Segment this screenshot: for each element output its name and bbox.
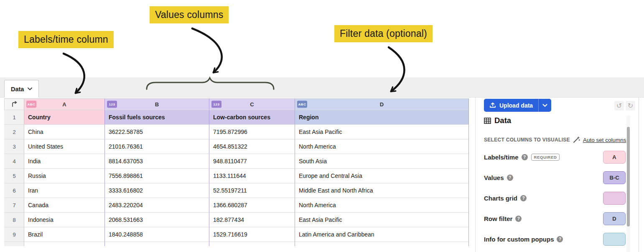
select-columns-label: SELECT COLUMNS TO VISUALISE [484,137,570,143]
table-cell[interactable]: Low-carbon sources [209,110,295,125]
table-cell[interactable]: 1529.716619 [209,227,295,242]
column-letter: A [62,101,66,108]
table-cell[interactable]: 1366.680287 [209,198,295,213]
table-cell[interactable]: Europe and Central Asia [295,169,469,183]
table-cell[interactable]: Canada [24,198,104,213]
row-number[interactable]: 2 [4,125,24,139]
table-cell[interactable]: 1840.248858 [104,227,209,242]
table-cell[interactable] [104,242,209,246]
table-cell[interactable]: South Asia [295,154,469,169]
required-badge: REQUIRED [531,154,560,161]
table-cell[interactable]: 2483.220204 [104,198,209,213]
number-type-icon: 123 [107,101,117,108]
column-letter-row: ABC A 123 B 123 C ABC D [4,98,469,110]
upload-icon [489,103,496,108]
column-selector-pill[interactable]: A [603,151,626,164]
row-number[interactable]: 5 [4,169,24,183]
undo-button[interactable]: ↺ [614,101,624,111]
field-labels-time: Labels/time ? REQUIRED A [484,149,626,165]
table-cell[interactable]: 7195.872996 [209,125,295,139]
field-label: Labels/time [484,154,519,161]
table-cell[interactable]: 52.55197211 [209,183,295,198]
field-info-popups: Info for custom popups ? [484,231,626,247]
auto-set-columns-link[interactable]: Auto set columns [583,137,626,143]
chevron-down-icon [28,87,32,90]
row-number[interactable]: 8 [4,213,24,227]
column-header-b[interactable]: 123 B [104,98,209,110]
upload-data-label: Upload data [499,102,533,109]
table-row: 4 India 8814.637053 948.8110477 South As… [4,154,469,169]
data-section-title: Data [494,116,511,125]
table-cell[interactable]: Indonesia [24,213,104,227]
help-icon[interactable]: ? [520,195,527,201]
table-cell[interactable]: India [24,154,104,169]
panel-divider [475,98,476,252]
table-cell[interactable] [24,242,104,246]
table-cell[interactable]: United States [24,139,104,154]
row-number[interactable]: 7 [4,198,24,213]
field-label: Values [484,174,504,181]
column-header-c[interactable]: 123 C [209,98,295,110]
table-cell[interactable]: 21016.76361 [104,139,209,154]
column-selector-pill[interactable]: D [603,212,626,225]
table-cell[interactable]: North America [295,139,469,154]
column-selector-pill[interactable] [603,233,626,246]
column-selector-pill[interactable]: B-C [603,171,626,184]
table-cell[interactable]: 2068.531663 [104,213,209,227]
table-cell[interactable]: 948.8110477 [209,154,295,169]
field-label: Row filter [484,215,512,222]
help-icon[interactable]: ? [507,175,513,181]
table-cell[interactable] [209,242,295,246]
table-cell[interactable]: 36222.58785 [104,125,209,139]
table-cell[interactable]: 4654.851322 [209,139,295,154]
redo-icon: ↻ [628,102,633,110]
select-all-corner[interactable] [4,98,24,110]
help-icon[interactable]: ? [515,216,522,222]
table-row: 9 Brazil 1840.248858 1529.716619 Latin A… [4,227,469,242]
column-selector-pill[interactable] [603,192,626,205]
tab-data-label: Data [11,86,24,93]
table-cell[interactable]: East Asia Pacific [295,213,469,227]
table-cell[interactable]: Iran [24,183,104,198]
column-letter: D [380,101,384,108]
table-cell[interactable]: China [24,125,104,139]
row-number[interactable]: 1 [4,110,24,125]
tab-data[interactable]: Data [4,80,39,98]
table-cell[interactable]: 7556.898861 [104,169,209,183]
table-cell[interactable] [295,242,469,246]
row-number[interactable]: 6 [4,183,24,198]
table-cell[interactable]: Country [24,110,104,125]
column-letter: B [155,101,159,108]
table-cell[interactable]: North America [295,198,469,213]
labels-time-annotation: Labels/time column [18,31,114,48]
table-cell[interactable]: Middle East and North Africa [295,183,469,198]
table-cell[interactable]: Region [295,110,469,125]
spreadsheet: ABC A 123 B 123 C ABC D 1 Country Fossil… [4,98,469,246]
row-number[interactable] [4,242,24,246]
help-icon[interactable]: ? [557,236,563,242]
redo-button[interactable]: ↻ [626,101,635,111]
field-label: Info for custom popups [484,236,554,243]
column-header-d[interactable]: ABC D [295,98,469,110]
column-header-a[interactable]: ABC A [24,98,104,110]
panel-scrollbar-thumb[interactable] [627,127,630,226]
table-cell[interactable]: Brazil [24,227,104,242]
row-number[interactable]: 3 [4,139,24,154]
table-cell[interactable]: Russia [24,169,104,183]
corner-arrow-icon [11,101,18,108]
table-cell[interactable]: 182.877434 [209,213,295,227]
undo-icon: ↺ [616,102,622,110]
table-cell[interactable]: East Asia Pacific [295,125,469,139]
tab-bar: Data [0,77,644,98]
table-cell[interactable]: 8814.637053 [104,154,209,169]
table-cell[interactable]: 3333.616802 [104,183,209,198]
row-number[interactable]: 9 [4,227,24,242]
upload-options-caret[interactable] [539,99,551,112]
help-icon[interactable]: ? [522,154,528,160]
upload-data-button[interactable]: Upload data [484,99,551,112]
table-cell[interactable]: Fossil fuels sources [104,110,209,125]
table-cell[interactable]: Latin America and Caribbean [295,227,469,242]
row-number[interactable]: 4 [4,154,24,169]
table-cell[interactable]: 1133.111644 [209,169,295,183]
upload-data-main[interactable]: Upload data [484,102,538,109]
